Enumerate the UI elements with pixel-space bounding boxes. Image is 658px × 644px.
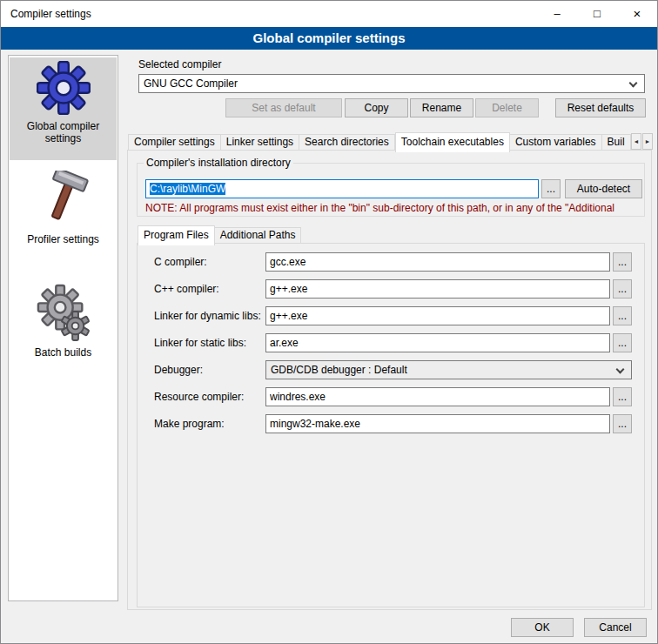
selected-compiler-value: GNU GCC Compiler	[144, 77, 238, 90]
tab-search-directories[interactable]: Search directories	[299, 134, 395, 151]
tab-custom-variables[interactable]: Custom variables	[510, 134, 602, 151]
compiler-settings-dialog: Compiler settings – □ × Global compiler …	[0, 0, 658, 644]
tab-build-options[interactable]: Buil	[602, 134, 631, 151]
bin-path-note: NOTE: All programs must exist either in …	[145, 202, 644, 214]
tab-scroll-right-button[interactable]: ►	[642, 133, 653, 150]
chevron-down-icon	[616, 366, 625, 374]
cancel-button[interactable]: Cancel	[584, 618, 647, 637]
debugger-select[interactable]: GDB/CDB debugger : Default	[265, 360, 632, 379]
sidebar-item-label: Global compiler settings	[10, 120, 117, 144]
dialog-header: Global compiler settings	[1, 27, 657, 50]
window-title: Compiler settings	[10, 1, 91, 27]
close-button[interactable]: ×	[617, 1, 657, 27]
hammer-icon	[38, 171, 89, 226]
minimize-button[interactable]: –	[537, 1, 577, 27]
installation-directory-legend: Compiler's installation directory	[144, 157, 293, 169]
settings-sidebar: Global compiler settings Profiler settin…	[8, 55, 118, 601]
maximize-button[interactable]: □	[577, 1, 617, 27]
resource-compiler-input[interactable]	[265, 387, 610, 406]
tab-compiler-settings[interactable]: Compiler settings	[128, 134, 221, 151]
make-program-label: Make program:	[154, 418, 225, 430]
reset-defaults-button[interactable]: Reset defaults	[555, 98, 646, 117]
c-compiler-input[interactable]	[265, 252, 610, 272]
debugger-select-value: GDB/CDB debugger : Default	[271, 364, 407, 376]
linker-dynamic-label: Linker for dynamic libs:	[154, 310, 261, 322]
debugger-label: Debugger:	[154, 364, 203, 376]
ok-button[interactable]: OK	[511, 618, 574, 637]
program-files-tabstrip: Program Files Additional Paths	[138, 225, 301, 244]
auto-detect-button[interactable]: Auto-detect	[565, 179, 642, 198]
linker-static-label: Linker for static libs:	[154, 337, 246, 349]
delete-button: Delete	[475, 98, 539, 117]
installation-dir-browse-button[interactable]: ...	[541, 179, 561, 198]
set-as-default-button: Set as default	[225, 98, 342, 117]
tab-additional-paths[interactable]: Additional Paths	[215, 227, 302, 244]
resource-compiler-label: Resource compiler:	[154, 391, 244, 403]
c-compiler-label: C compiler:	[154, 256, 207, 268]
tab-toolchain-executables[interactable]: Toolchain executables	[395, 132, 510, 152]
sidebar-item-global-compiler[interactable]: Global compiler settings	[10, 61, 117, 144]
sidebar-item-profiler[interactable]: Profiler settings	[10, 171, 117, 245]
selected-compiler-combobox[interactable]: GNU GCC Compiler	[138, 74, 645, 93]
copy-button[interactable]: Copy	[345, 98, 408, 117]
linker-dynamic-input[interactable]	[265, 306, 610, 325]
cpp-compiler-browse-button[interactable]: ...	[613, 279, 632, 299]
cpp-compiler-label: C++ compiler:	[154, 283, 219, 295]
linker-dynamic-browse-button[interactable]: ...	[613, 306, 632, 325]
c-compiler-browse-button[interactable]: ...	[613, 252, 632, 272]
selected-compiler-label: Selected compiler	[138, 58, 221, 70]
installation-dir-value: C:\raylib\MinGW	[150, 183, 225, 195]
gear-icon	[37, 61, 91, 115]
linker-static-input[interactable]	[265, 333, 610, 352]
tab-scroll-left-button[interactable]: ◄	[631, 133, 641, 150]
chevron-down-icon	[629, 79, 638, 88]
sidebar-item-batch-builds[interactable]: Batch builds	[10, 284, 117, 359]
make-program-browse-button[interactable]: ...	[613, 414, 632, 433]
titlebar[interactable]: Compiler settings – □ ×	[1, 1, 657, 27]
tab-program-files[interactable]: Program Files	[138, 225, 215, 245]
resource-compiler-browse-button[interactable]: ...	[613, 387, 632, 406]
gears-icon	[37, 284, 91, 341]
make-program-input[interactable]	[265, 414, 610, 433]
sidebar-item-label: Profiler settings	[10, 233, 117, 245]
cpp-compiler-input[interactable]	[265, 279, 610, 299]
sidebar-item-label: Batch builds	[10, 346, 117, 359]
installation-dir-input[interactable]: C:\raylib\MinGW	[145, 179, 539, 198]
tab-linker-settings[interactable]: Linker settings	[221, 134, 299, 151]
linker-static-browse-button[interactable]: ...	[613, 333, 632, 352]
rename-button[interactable]: Rename	[410, 98, 473, 117]
compiler-tabstrip: Compiler settings Linker settings Search…	[128, 131, 631, 151]
